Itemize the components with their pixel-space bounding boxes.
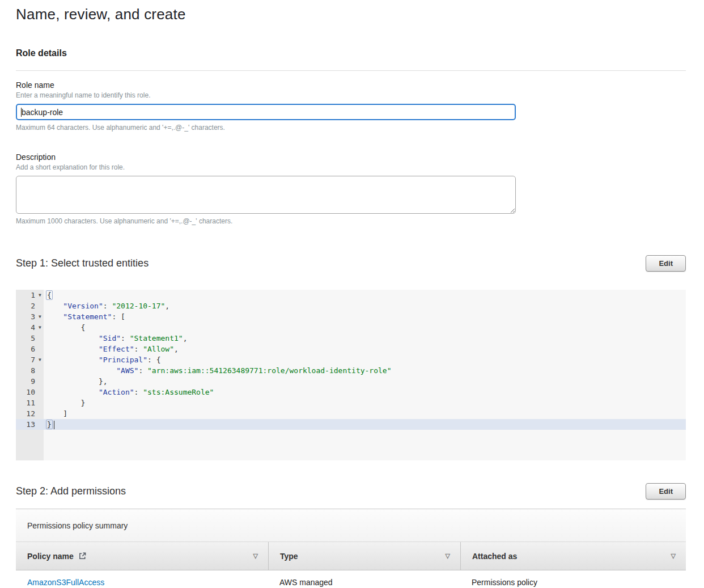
fold-toggle-icon[interactable]: ▼ xyxy=(36,354,44,365)
code-line: }, xyxy=(44,376,686,387)
step2-edit-button[interactable]: Edit xyxy=(646,483,686,500)
fold-toggle-icon[interactable]: ▼ xyxy=(36,311,44,322)
code-token: { xyxy=(46,290,53,300)
code-token: : xyxy=(134,345,143,353)
step2-heading: Step 2: Add permissions xyxy=(16,485,126,497)
code-token: ] xyxy=(45,409,67,418)
line-number: 2 xyxy=(16,301,36,311)
code-token: "Effect" xyxy=(99,345,134,353)
code-token xyxy=(45,334,99,342)
code-token xyxy=(45,366,116,375)
code-token: "Statement" xyxy=(63,312,112,321)
code-token: "AWS" xyxy=(116,366,138,375)
code-line: "Action": "sts:AssumeRole" xyxy=(44,387,686,397)
line-number: 5 xyxy=(16,333,36,344)
code-token: , xyxy=(174,345,179,353)
gutter-line: 4▼ xyxy=(16,322,44,333)
name-review-create-page: Name, review, and create Role details Ro… xyxy=(0,0,704,588)
code-token xyxy=(45,356,99,364)
gutter-line: 8 xyxy=(16,365,44,376)
code-line: "Statement": [ xyxy=(44,311,686,322)
description-helper: Maximum 1000 characters. Use alphanumeri… xyxy=(16,217,686,225)
editor-code-area[interactable]: { "Version": "2012-10-17", "Statement": … xyxy=(44,290,686,460)
code-token xyxy=(45,345,99,353)
policy-type-cell: AWS managed xyxy=(268,570,460,588)
code-token: "Allow" xyxy=(143,345,174,353)
code-token: } xyxy=(45,399,85,407)
code-token: : xyxy=(138,366,147,375)
description-hint: Add a short explanation for this role. xyxy=(16,163,686,171)
policy-name-link[interactable]: AmazonS3FullAccess xyxy=(27,578,104,587)
gutter-line: 6 xyxy=(16,344,44,354)
gutter-line: 2 xyxy=(16,301,44,311)
code-token: : xyxy=(134,388,143,396)
step1-edit-button[interactable]: Edit xyxy=(646,255,686,272)
code-token: , xyxy=(165,302,169,310)
code-line: { xyxy=(44,322,686,333)
fold-toggle-icon[interactable]: ▼ xyxy=(36,322,44,333)
code-token: "2012-10-17" xyxy=(112,302,165,310)
code-token: : [ xyxy=(112,312,125,321)
line-number: 8 xyxy=(16,365,36,376)
code-token: "Statement1" xyxy=(130,334,183,342)
column-label: Type xyxy=(280,552,298,561)
code-token: , xyxy=(183,334,188,342)
role-name-label: Role name xyxy=(16,81,686,90)
code-line: ] xyxy=(44,408,686,419)
gutter-line: 7▼ xyxy=(16,354,44,365)
line-number: 7 xyxy=(16,354,36,365)
code-token: "arn:aws:iam::541263489771:role/workload… xyxy=(147,366,391,375)
description-field: Description Add a short explanation for … xyxy=(16,153,686,225)
gutter-line: 1▼ xyxy=(16,290,44,301)
role-name-field: Role name Enter a meaningful name to ide… xyxy=(16,81,686,132)
role-name-input[interactable] xyxy=(16,104,516,120)
code-line: "AWS": "arn:aws:iam::541263489771:role/w… xyxy=(44,365,686,376)
external-link-icon xyxy=(78,552,87,560)
role-name-helper: Maximum 64 characters. Use alphanumeric … xyxy=(16,124,686,132)
fold-toggle-icon[interactable]: ▼ xyxy=(36,290,44,301)
code-token: : { xyxy=(147,356,160,364)
code-token: "Sid" xyxy=(99,334,121,342)
policy-attached-as-cell: Permissions policy xyxy=(460,570,686,588)
gutter-line: 10 xyxy=(16,387,44,397)
code-token xyxy=(45,302,63,310)
code-token: : xyxy=(121,334,130,342)
role-name-hint: Enter a meaningful name to identify this… xyxy=(16,91,686,99)
gutter-line: 12 xyxy=(16,408,44,419)
editor-gutter: 1▼23▼4▼567▼8910111213 xyxy=(16,290,44,460)
permissions-policy-panel: Permissions policy summary Policy name ▽ xyxy=(16,509,686,588)
policy-document-editor[interactable]: 1▼23▼4▼567▼8910111213 { "Version": "2012… xyxy=(16,290,686,460)
column-header-attached-as[interactable]: Attached as ▽ xyxy=(460,542,686,570)
table-row: AmazonS3FullAccess AWS managed Permissio… xyxy=(16,570,686,588)
sort-icon[interactable]: ▽ xyxy=(253,552,258,560)
column-header-policy-name[interactable]: Policy name ▽ xyxy=(16,542,268,570)
description-textarea[interactable] xyxy=(16,176,516,214)
column-label: Policy name xyxy=(27,552,74,561)
gutter-line: 5 xyxy=(16,333,44,344)
column-label: Attached as xyxy=(472,552,517,561)
line-number: 6 xyxy=(16,344,36,354)
line-number: 3 xyxy=(16,311,36,322)
code-token: }, xyxy=(45,377,108,386)
code-line: } xyxy=(44,419,686,430)
line-number: 1 xyxy=(16,290,36,301)
code-line: "Sid": "Statement1", xyxy=(44,333,686,344)
sort-icon[interactable]: ▽ xyxy=(671,552,676,560)
description-label: Description xyxy=(16,153,686,162)
role-details-heading: Role details xyxy=(16,48,686,58)
step1-heading: Step 1: Select trusted entities xyxy=(16,257,149,269)
panel-title: Permissions policy summary xyxy=(16,509,686,542)
section-divider xyxy=(16,70,686,71)
sort-icon[interactable]: ▽ xyxy=(446,552,450,560)
line-number: 13 xyxy=(16,419,36,430)
code-token: "Principal" xyxy=(99,356,147,364)
code-line: "Principal": { xyxy=(44,354,686,365)
line-number: 4 xyxy=(16,322,36,333)
code-token: "Version" xyxy=(63,302,103,310)
line-number: 10 xyxy=(16,387,36,397)
line-number: 12 xyxy=(16,408,36,419)
text-cursor xyxy=(21,108,22,117)
column-header-type[interactable]: Type ▽ xyxy=(268,542,460,570)
gutter-line: 3▼ xyxy=(16,311,44,322)
code-line: { xyxy=(44,290,686,301)
